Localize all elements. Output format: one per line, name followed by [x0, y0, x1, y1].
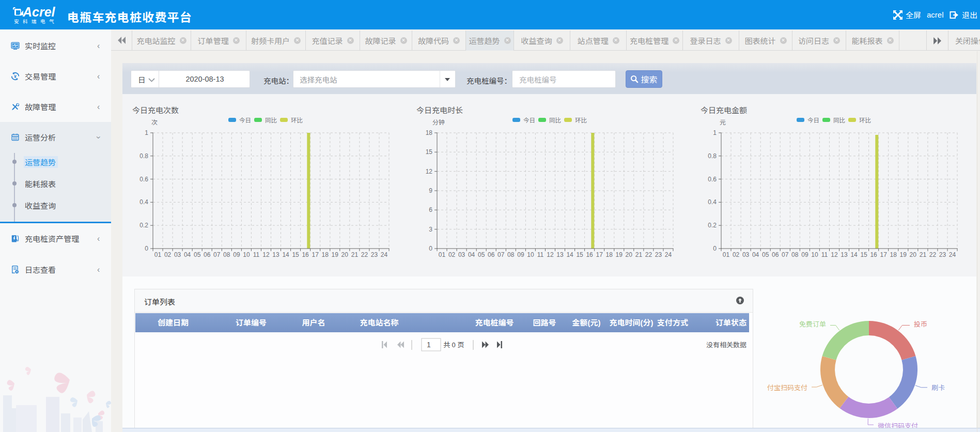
svg-text:投币: 投币: [914, 320, 927, 328]
svg-text:刷卡: 刷卡: [931, 384, 945, 392]
svg-text:付宝扫码支付: 付宝扫码支付: [767, 384, 807, 392]
svg-text:免费订单: 免费订单: [799, 320, 826, 328]
